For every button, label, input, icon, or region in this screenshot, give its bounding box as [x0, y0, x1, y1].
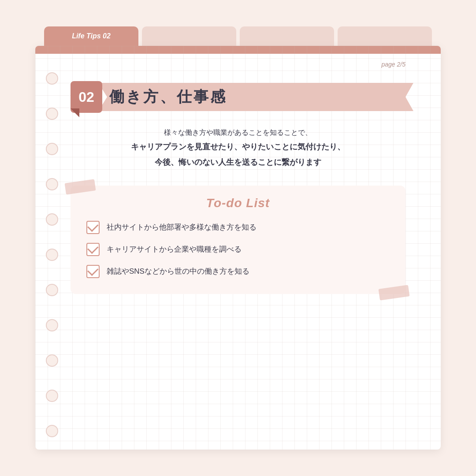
hole-9	[46, 354, 58, 367]
hole-11	[46, 425, 58, 437]
checkbox-3[interactable]	[86, 265, 100, 278]
tab-3[interactable]	[240, 26, 334, 46]
tape-left	[65, 179, 96, 194]
section-title: 働き方、仕事感	[109, 87, 227, 107]
checkbox-1[interactable]	[86, 221, 100, 234]
section-number: 02	[78, 89, 94, 105]
todo-item-3: 雑誌やSNSなどから世の中の働き方を知る	[86, 265, 390, 278]
todo-items-list: 社内サイトから他部署や多様な働き方を知る キャリアサイトから企業や職種を調べる …	[86, 221, 390, 278]
desc-line2: キャリアプランを見直せたり、やりたいことに気付けたり、	[71, 139, 405, 154]
number-box: 02	[71, 81, 102, 113]
hole-10	[46, 390, 58, 402]
todo-item-2: キャリアサイトから企業や職種を調べる	[86, 243, 390, 256]
ribbon: 働き方、仕事感	[99, 83, 405, 111]
hole-8	[46, 319, 58, 331]
desc-line1: 様々な働き方や職業があることを知ることで、	[71, 126, 405, 139]
ribbon-container: 働き方、仕事感	[99, 83, 405, 111]
ribbon-fold	[71, 108, 79, 117]
todo-text-3: 雑誌やSNSなどから世の中の働き方を知る	[107, 266, 249, 277]
checkbox-2[interactable]	[86, 243, 100, 256]
card-border	[35, 46, 441, 54]
page-container: Life Tips 02 page 2/5	[35, 26, 441, 450]
tab-active[interactable]: Life Tips 02	[44, 26, 138, 46]
card-content: page 2/5 02 働き方、仕事感 様々な働き方や職業があることを知ることで…	[35, 54, 441, 312]
tabs-row: Life Tips 02	[35, 26, 441, 46]
tab-label: Life Tips 02	[72, 32, 111, 40]
description-block: 様々な働き方や職業があることを知ることで、 キャリアプランを見直せたり、やりたい…	[71, 126, 405, 170]
main-card: page 2/5 02 働き方、仕事感 様々な働き方や職業があることを知ることで…	[35, 46, 441, 450]
section-header: 02 働き方、仕事感	[71, 81, 405, 113]
tab-2[interactable]	[142, 26, 236, 46]
todo-section: To-do List 社内サイトから他部署や多様な働き方を知る キャリアサイトか…	[71, 186, 405, 294]
todo-item-1: 社内サイトから他部署や多様な働き方を知る	[86, 221, 390, 234]
todo-text-1: 社内サイトから他部署や多様な働き方を知る	[107, 222, 257, 233]
tab-4[interactable]	[338, 26, 432, 46]
todo-text-2: キャリアサイトから企業や職種を調べる	[107, 244, 242, 255]
todo-title: To-do List	[86, 196, 390, 210]
tape-right	[379, 285, 410, 300]
desc-line3: 今後、悔いのない人生を送ることに繋がります	[71, 155, 405, 170]
page-number: page 2/5	[71, 54, 405, 72]
